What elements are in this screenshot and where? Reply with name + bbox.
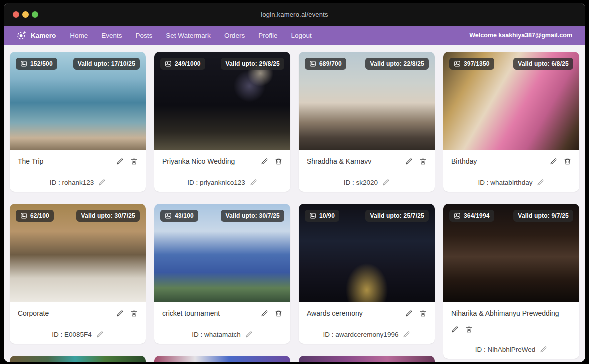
photo-icon (165, 60, 172, 67)
event-card: 689/700 Valid upto: 22/8/25 Shraddha & K… (299, 52, 435, 192)
event-title: Shraddha & Karnavv (307, 156, 371, 166)
edit-event-button[interactable] (261, 158, 268, 165)
photo-count-badge: 152/500 (16, 58, 57, 70)
event-card: 397/1350 Valid upto: 6/8/25 Birthday ID … (443, 52, 579, 192)
event-title: Birthday (451, 156, 477, 166)
photo-count: 364/1994 (464, 212, 490, 219)
edit-event-id-button[interactable] (403, 331, 410, 338)
event-card: 152/500 Valid upto: 17/10/25 The Trip ID… (10, 52, 146, 192)
event-title: The Trip (18, 156, 43, 166)
nav-item-events[interactable]: Events (101, 32, 122, 39)
edit-event-id-button[interactable] (537, 179, 544, 186)
event-cover-photo[interactable] (154, 356, 290, 362)
browser-window: login.kamero.ai/events Kamero Home Event… (4, 3, 585, 362)
edit-event-button[interactable] (116, 158, 124, 165)
event-card-partial[interactable] (10, 356, 146, 362)
photo-count: 249/1000 (175, 60, 201, 67)
browser-titlebar: login.kamero.ai/events (4, 3, 585, 26)
event-cover-photo[interactable]: 62/100 Valid upto: 30/7/25 (10, 204, 146, 302)
event-card: 364/1994 Valid upto: 9/7/25 Niharika & A… (443, 204, 579, 359)
event-id-label: ID : whatamatch (192, 331, 241, 338)
event-title: Corporate (18, 308, 49, 318)
brand-name: Kamero (31, 32, 56, 39)
photo-count-badge: 689/700 (305, 58, 346, 70)
event-title: Niharika & Abhimanyu Prewedding (451, 308, 571, 318)
delete-event-button[interactable] (564, 158, 571, 165)
event-cover-photo[interactable]: 689/700 Valid upto: 22/8/25 (299, 52, 435, 150)
photo-count: 43/100 (175, 212, 194, 219)
delete-event-button[interactable] (419, 158, 427, 165)
edit-event-id-button[interactable] (382, 179, 390, 186)
delete-event-button[interactable] (419, 310, 427, 317)
event-cover-photo[interactable] (10, 356, 146, 362)
edit-event-button[interactable] (116, 310, 124, 317)
photo-count: 62/100 (30, 212, 49, 219)
delete-event-button[interactable] (465, 326, 473, 333)
photo-count-badge: 249/1000 (160, 58, 205, 70)
event-cover-photo[interactable]: 10/90 Valid upto: 25/7/25 (299, 204, 435, 302)
edit-event-id-button[interactable] (98, 179, 106, 186)
event-cover-photo[interactable] (299, 356, 435, 362)
photo-icon (309, 60, 316, 67)
event-cover-photo[interactable]: 364/1994 Valid upto: 9/7/25 (443, 204, 579, 302)
photo-count: 152/500 (30, 60, 53, 67)
photo-count: 689/700 (319, 60, 342, 67)
photo-count-badge: 10/90 (305, 210, 339, 222)
nav-item-logout[interactable]: Logout (291, 32, 311, 39)
event-cover-photo[interactable]: 249/1000 Valid upto: 29/8/25 (154, 52, 290, 150)
events-page: 152/500 Valid upto: 17/10/25 The Trip ID… (4, 45, 585, 362)
event-cover-photo[interactable]: 397/1350 Valid upto: 6/8/25 (443, 52, 579, 150)
photo-count: 10/90 (319, 212, 335, 219)
event-card: 43/100 Valid upto: 30/7/25 cricket tourn… (154, 204, 290, 344)
edit-event-button[interactable] (451, 326, 459, 333)
nav-item-profile[interactable]: Profile (258, 32, 277, 39)
welcome-user-label: Welcome ksakhiya387@gmail.com (469, 32, 572, 39)
validity-badge: Valid upto: 25/7/25 (365, 210, 429, 222)
event-title: Awards ceremony (307, 308, 363, 318)
delete-event-button[interactable] (130, 158, 138, 165)
delete-event-button[interactable] (275, 158, 282, 165)
photo-count-badge: 43/100 (160, 210, 198, 222)
brand-logo[interactable]: Kamero (16, 30, 56, 41)
photo-icon (454, 212, 461, 219)
edit-event-id-button[interactable] (540, 346, 547, 353)
nav-item-set-watermark[interactable]: Set Watermark (166, 32, 211, 39)
event-id-label: ID : priyanknico123 (187, 179, 245, 186)
delete-event-button[interactable] (275, 310, 282, 317)
edit-event-button[interactable] (405, 158, 413, 165)
event-card: 249/1000 Valid upto: 29/8/25 Priyanka Ni… (154, 52, 290, 192)
event-id-label: ID : NihAbhiPreWed (475, 346, 536, 353)
validity-badge: Valid upto: 29/8/25 (221, 58, 284, 70)
nav-item-orders[interactable]: Orders (224, 32, 245, 39)
photo-icon (20, 212, 27, 219)
event-card-partial[interactable] (154, 356, 290, 362)
app-navbar: Kamero Home Events Posts Set Watermark O… (4, 26, 585, 45)
photo-count-badge: 397/1350 (449, 58, 494, 70)
edit-event-id-button[interactable] (250, 179, 257, 186)
nav-item-home[interactable]: Home (70, 32, 88, 39)
edit-event-id-button[interactable] (96, 331, 104, 338)
address-bar[interactable]: login.kamero.ai/events (4, 11, 585, 18)
validity-badge: Valid upto: 6/8/25 (513, 58, 573, 70)
event-card-partial[interactable] (299, 356, 435, 362)
photo-icon (454, 60, 461, 67)
event-cover-photo[interactable]: 152/500 Valid upto: 17/10/25 (10, 52, 146, 150)
edit-event-button[interactable] (405, 310, 413, 317)
event-card: 62/100 Valid upto: 30/7/25 Corporate ID … (10, 204, 146, 344)
kamero-logo-icon (16, 30, 27, 41)
validity-badge: Valid upto: 9/7/25 (513, 210, 573, 222)
event-title: cricket tournament (162, 308, 220, 318)
event-id-label: ID : awardceremony1996 (323, 331, 399, 338)
event-id-label: ID : rohank123 (50, 179, 94, 186)
edit-event-button[interactable] (550, 158, 557, 165)
event-cover-photo[interactable]: 43/100 Valid upto: 30/7/25 (154, 204, 290, 302)
event-id-label: ID : whatabirthday (478, 179, 533, 186)
photo-count-badge: 62/100 (16, 210, 54, 222)
photo-count-badge: 364/1994 (449, 210, 494, 222)
event-card: 10/90 Valid upto: 25/7/25 Awards ceremon… (299, 204, 435, 344)
edit-event-button[interactable] (261, 310, 268, 317)
event-id-label: ID : sk2020 (344, 179, 378, 186)
nav-item-posts[interactable]: Posts (136, 32, 153, 39)
delete-event-button[interactable] (130, 310, 138, 317)
edit-event-id-button[interactable] (245, 331, 253, 338)
